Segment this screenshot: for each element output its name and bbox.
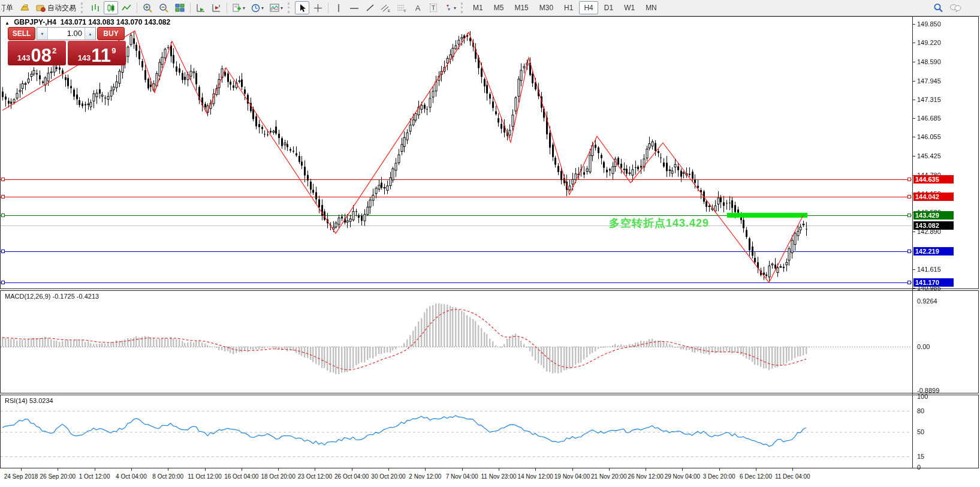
time-label: 8 Oct 20:00 bbox=[152, 473, 183, 480]
time-label: 11 Dec 04:00 bbox=[775, 473, 810, 480]
time-label: 26 Sep 20:00 bbox=[40, 473, 76, 480]
time-tick-mark bbox=[609, 468, 610, 471]
gold-ingot-icon-button[interactable] bbox=[17, 1, 32, 14]
arrows-tool-icon bbox=[444, 4, 453, 12]
price-tick-label: 145.425 bbox=[917, 152, 941, 160]
indicators-button[interactable]: ▾ bbox=[230, 1, 248, 14]
timeframe-h4[interactable]: H4 bbox=[579, 1, 598, 14]
timeframe-m15[interactable]: M15 bbox=[509, 1, 533, 14]
crosshair-button[interactable] bbox=[310, 1, 325, 14]
sell-price-big: 08 bbox=[31, 48, 51, 64]
fibonacci-button[interactable]: F bbox=[394, 1, 409, 14]
tile-windows-icon bbox=[175, 4, 185, 12]
timeframe-m5[interactable]: M5 bbox=[489, 1, 509, 14]
trendline-button[interactable] bbox=[363, 1, 377, 14]
time-label: 19 Nov 04:00 bbox=[554, 473, 590, 480]
volume-increase-button[interactable]: ▲ bbox=[85, 28, 95, 40]
line-chart-button[interactable] bbox=[119, 1, 134, 14]
search-button[interactable] bbox=[931, 1, 946, 14]
mt4-window: { "toolbar": { "order_label": "订单", "aut… bbox=[0, 0, 980, 487]
text-label-button[interactable]: T bbox=[426, 1, 441, 14]
periods-clock-icon bbox=[251, 4, 260, 13]
timeframe-w1[interactable]: W1 bbox=[619, 1, 640, 14]
candlestick-chart-button[interactable] bbox=[104, 1, 118, 14]
time-label: 16 Oct 04:00 bbox=[224, 473, 258, 480]
horizontal-line-button[interactable] bbox=[347, 1, 361, 14]
toolbar-grip[interactable] bbox=[288, 2, 293, 13]
time-tick-mark bbox=[756, 468, 756, 471]
new-order-button[interactable]: 订单 bbox=[1, 1, 16, 14]
time-label: 23 Oct 12:00 bbox=[298, 473, 332, 480]
time-tick-mark bbox=[21, 468, 22, 471]
vertical-line-button[interactable] bbox=[331, 1, 346, 14]
buy-price-display[interactable]: 143 11 9 bbox=[68, 41, 126, 65]
volume-decrease-button[interactable]: ▼ bbox=[37, 28, 48, 40]
zoom-out-button[interactable] bbox=[156, 1, 171, 14]
chart-shift-button[interactable] bbox=[209, 1, 224, 14]
time-tick-mark bbox=[499, 468, 499, 471]
macd-label: MACD(12,26,9) -0.1725 -0.4213 bbox=[5, 293, 99, 300]
rsi-pane[interactable] bbox=[0, 395, 979, 468]
time-tick-mark bbox=[278, 468, 279, 471]
sell-button[interactable]: SELL bbox=[8, 27, 35, 40]
chat-icon bbox=[949, 4, 961, 13]
bar-chart-button[interactable] bbox=[88, 1, 102, 14]
vertical-line-icon bbox=[335, 4, 342, 13]
macd-scale-label: 0.9264 bbox=[917, 297, 937, 305]
time-tick-mark bbox=[131, 468, 132, 471]
arrows-tool-button[interactable]: ▾ bbox=[442, 1, 459, 14]
timeframe-m1[interactable]: M1 bbox=[468, 1, 488, 14]
rsi-scale-label: 15 bbox=[917, 453, 924, 460]
templates-button[interactable]: ▾ bbox=[267, 1, 285, 14]
timeframe-group: M1M5M15M30H1H4D1W1MN bbox=[468, 1, 662, 14]
zoom-in-button[interactable] bbox=[140, 1, 155, 14]
periods-caret-icon: ▾ bbox=[261, 5, 264, 11]
tile-windows-button[interactable] bbox=[173, 1, 187, 14]
ohlc-values: 143.071 143.083 143.070 143.082 bbox=[61, 18, 171, 26]
turning-point-annotation[interactable]: 多空转折点143.429 bbox=[609, 216, 709, 230]
buy-price-big: 11 bbox=[91, 48, 111, 64]
time-label: 2 Nov 12:00 bbox=[409, 473, 441, 480]
toolbar-grip[interactable] bbox=[461, 2, 466, 13]
indicators-caret-icon: ▾ bbox=[243, 5, 245, 11]
periods-button[interactable]: ▾ bbox=[249, 1, 266, 14]
macd-pane[interactable] bbox=[0, 290, 979, 393]
auto-trading-button[interactable]: 自动交易 bbox=[34, 1, 79, 14]
time-tick-mark bbox=[572, 468, 573, 471]
price-tick-mark bbox=[913, 118, 915, 119]
chat-button[interactable] bbox=[947, 1, 964, 14]
sell-price-display[interactable]: 143 08 2 bbox=[8, 41, 66, 65]
price-tick-mark bbox=[913, 232, 915, 232]
time-tick-mark bbox=[95, 468, 95, 471]
zoom-in-icon bbox=[143, 3, 153, 13]
price-chart-pane[interactable] bbox=[0, 16, 979, 289]
price-tick-mark bbox=[913, 24, 915, 25]
new-order-label: 订单 bbox=[1, 3, 13, 13]
equidistant-channel-button[interactable]: E bbox=[378, 1, 393, 14]
time-label: 29 Nov 04:00 bbox=[665, 473, 701, 480]
buy-button[interactable]: BUY bbox=[97, 27, 125, 40]
volume-input[interactable]: 1.00 bbox=[48, 28, 85, 40]
time-tick-mark bbox=[535, 468, 536, 471]
rsi-scale-label: 80 bbox=[917, 407, 924, 414]
cursor-button[interactable] bbox=[295, 1, 309, 14]
collapse-triangle-icon: ▲ bbox=[5, 20, 10, 26]
toolbar: 订单 自动交易 ▾ ▾ ▾ bbox=[0, 0, 980, 16]
auto-trading-label: 自动交易 bbox=[47, 3, 76, 13]
cursor-icon bbox=[298, 4, 306, 13]
time-tick-mark bbox=[352, 468, 352, 471]
timeframe-h1[interactable]: H1 bbox=[559, 1, 578, 14]
price-tick-mark bbox=[913, 269, 915, 270]
auto-scroll-button[interactable] bbox=[194, 1, 208, 14]
timeframe-mn[interactable]: MN bbox=[641, 1, 662, 14]
price-tick-label: 149.850 bbox=[917, 20, 941, 28]
price-tick-label: 146.055 bbox=[917, 133, 941, 140]
time-axis[interactable]: 24 Sep 201826 Sep 20:001 Oct 12:004 Oct … bbox=[0, 468, 912, 487]
timeframe-m30[interactable]: M30 bbox=[535, 1, 558, 14]
timeframe-d1[interactable]: D1 bbox=[599, 1, 618, 14]
text-tool-button[interactable]: A bbox=[411, 1, 425, 14]
toolbar-grip[interactable] bbox=[81, 2, 86, 13]
time-label: 14 Nov 12:00 bbox=[517, 473, 553, 480]
price-axis-divider bbox=[912, 16, 913, 468]
time-tick-mark bbox=[792, 468, 793, 471]
